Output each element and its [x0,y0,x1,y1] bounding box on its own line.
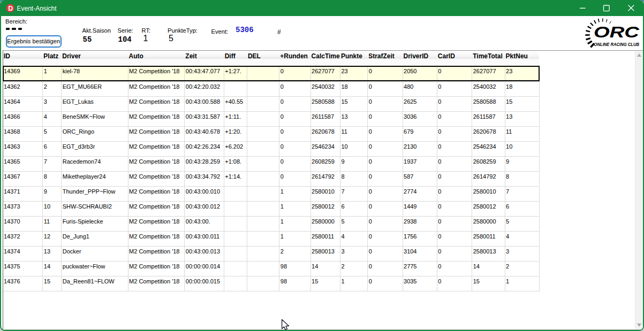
svg-text:D: D [8,5,13,12]
svg-text:ONLINE RACING CLUB: ONLINE RACING CLUB [594,42,640,47]
svg-text:ORC: ORC [594,23,640,41]
